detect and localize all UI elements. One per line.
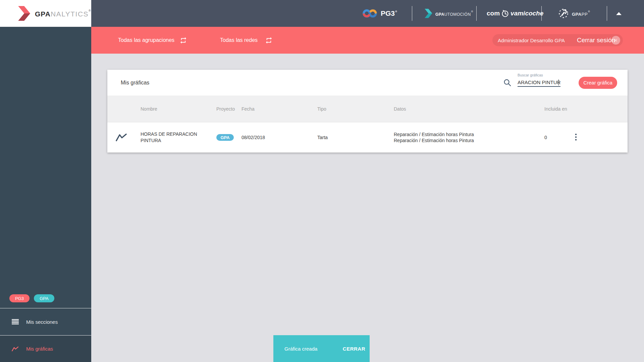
sidebar-item-graficas[interactable]: Mis gráficas — [0, 336, 91, 362]
header-divider — [476, 6, 477, 21]
pg3-label: PG3® — [381, 9, 397, 17]
column-header-datos: Datos — [394, 106, 544, 112]
gpa-analytics-arrow-icon — [16, 5, 31, 21]
toast-message: Gráfica creada — [284, 346, 317, 352]
column-header-fecha: Fecha — [241, 106, 317, 112]
row-datos: Reparación / Estimación horas Pintura Re… — [394, 131, 544, 143]
toast-close-button[interactable]: CERRAR — [343, 346, 365, 352]
brand-text: GPANALYTICS® — [35, 9, 91, 18]
kebab-menu-icon[interactable] — [575, 133, 577, 141]
header-divider — [412, 6, 412, 21]
filter-redes-label: Todas las redes — [220, 37, 258, 43]
main-content: Mis gráficas Buscar gráficas Crear gráfi… — [91, 54, 644, 362]
sidebar: PG3 GPA Mis secciones Mis gráficas — [0, 27, 91, 362]
column-header-nombre: Nombre — [141, 106, 216, 112]
row-datos-line: Reparación / Estimación horas Pintura — [394, 131, 544, 137]
user-name: Administrador Desarrollo GPA — [498, 38, 565, 43]
gpapp-label: GPAPP® — [572, 10, 590, 17]
badge-pg3[interactable]: PG3 — [9, 294, 30, 302]
text-caret — [558, 79, 559, 85]
search-cluster: Buscar gráficas Crear gráfica — [503, 70, 617, 96]
toast-notification: Gráfica creada CERRAR — [273, 335, 370, 362]
column-header-proyecto: Proyecto — [216, 106, 241, 112]
column-header-tipo: Tipo — [317, 106, 394, 112]
collapse-caret-icon[interactable] — [616, 12, 622, 15]
card-header: Mis gráficas Buscar gráficas Crear gráfi… — [107, 70, 628, 96]
filter-agrupaciones[interactable]: Todas las agrupaciones — [118, 27, 174, 54]
sidebar-item-label: Mis secciones — [26, 319, 58, 325]
filter-bar: Todas las agrupaciones Todas las redes A… — [91, 27, 644, 54]
gpautomocion-label: GPAUTOMOCIÓN® — [435, 10, 473, 17]
swap-redes-icon[interactable] — [265, 37, 273, 44]
search-input[interactable] — [518, 79, 560, 86]
gpapp-wrench-icon — [558, 8, 569, 19]
sidebar-badges: PG3 GPA — [9, 294, 54, 302]
project-badge: GPA — [216, 134, 234, 141]
row-tipo: Tarta — [317, 135, 394, 140]
chart-line-icon — [116, 133, 127, 142]
row-incluida-en: 0 — [544, 135, 570, 140]
app-root: GPANALYTICS® PG3® GPAUTOMOCIÓN® com — [0, 0, 644, 362]
clock-icon — [501, 9, 509, 17]
graficas-card: Mis gráficas Buscar gráficas Crear gráfi… — [107, 70, 628, 153]
comovamicoche-logo: com vamicoche — [487, 9, 543, 17]
header-divider — [607, 6, 607, 21]
pg3-infinity-icon — [362, 8, 378, 18]
gpapp-logo: GPAPP® — [558, 8, 590, 19]
user-session-pill: Administrador Desarrollo GPA Cerrar sesi… — [492, 34, 623, 46]
search-field: Buscar gráficas — [518, 79, 560, 87]
search-label: Buscar gráficas — [518, 73, 543, 77]
gpa-analytics-logo: GPANALYTICS® — [0, 0, 91, 27]
page-title: Mis gráficas — [121, 80, 149, 86]
header-divider — [541, 6, 542, 21]
menu-icon — [12, 319, 19, 324]
row-proyecto: GPA — [216, 134, 241, 141]
search-icon[interactable] — [503, 78, 512, 87]
filter-agrupaciones-label: Todas las agrupaciones — [118, 37, 174, 43]
logout-button[interactable]: Cerrar sesión — [577, 37, 615, 44]
row-icon-cell — [107, 133, 141, 142]
gpautomocion-logo: GPAUTOMOCIÓN® — [423, 8, 473, 18]
table-header: Nombre Proyecto Fecha Tipo Datos Incluid… — [107, 96, 628, 122]
row-datos-line: Reparación / Estimación horas Pintura — [394, 137, 544, 143]
close-session-icon[interactable]: ✕ — [611, 36, 620, 45]
filter-redes[interactable]: Todas las redes — [220, 27, 258, 54]
gpautomocion-arrow-icon — [423, 8, 433, 18]
pg3-logo: PG3® — [362, 8, 397, 18]
chart-line-icon — [12, 346, 18, 352]
swap-agrupaciones-icon[interactable] — [179, 37, 187, 44]
table-row[interactable]: HORAS DE REPARACION PINTURA GPA 08/02/20… — [107, 122, 628, 153]
top-header: GPANALYTICS® PG3® GPAUTOMOCIÓN® com — [0, 0, 644, 27]
sidebar-item-secciones[interactable]: Mis secciones — [0, 308, 91, 335]
sidebar-item-label: Mis gráficas — [26, 346, 53, 352]
badge-gpa[interactable]: GPA — [34, 294, 54, 302]
row-nombre: HORAS DE REPARACION PINTURA — [141, 131, 204, 144]
row-fecha: 08/02/2018 — [241, 135, 317, 140]
row-actions — [570, 133, 628, 142]
create-chart-button[interactable]: Crear gráfica — [579, 77, 617, 89]
column-header-incluida-en: Incluida en — [544, 106, 570, 112]
